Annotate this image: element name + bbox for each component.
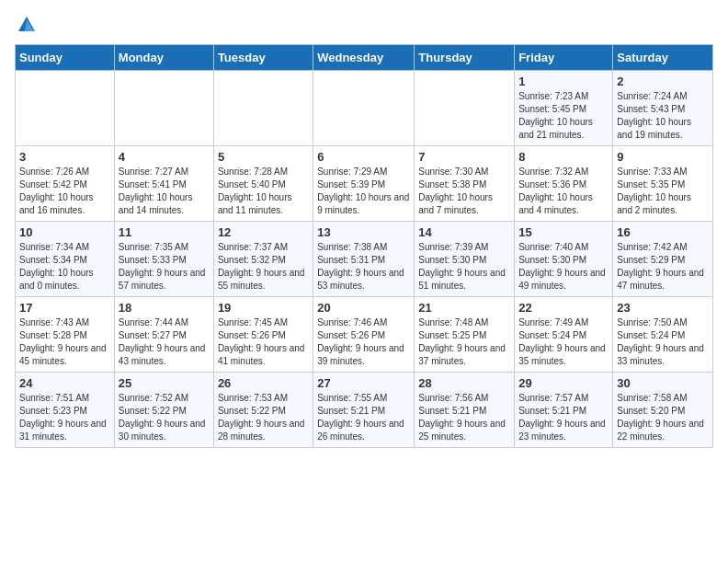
day-number: 5 — [218, 150, 309, 164]
day-info: Sunrise: 7:40 AM Sunset: 5:30 PM Dayligh… — [518, 241, 609, 293]
header — [15, 15, 713, 35]
calendar-cell: 28Sunrise: 7:56 AM Sunset: 5:21 PM Dayli… — [415, 373, 515, 448]
day-number: 19 — [218, 301, 309, 315]
calendar-cell: 5Sunrise: 7:28 AM Sunset: 5:40 PM Daylig… — [213, 146, 313, 222]
day-info: Sunrise: 7:27 AM Sunset: 5:41 PM Dayligh… — [119, 166, 210, 217]
day-info: Sunrise: 7:57 AM Sunset: 5:21 PM Dayligh… — [518, 392, 609, 443]
day-info: Sunrise: 7:52 AM Sunset: 5:22 PM Dayligh… — [119, 392, 210, 443]
calendar-week-row: 1Sunrise: 7:23 AM Sunset: 5:45 PM Daylig… — [16, 71, 713, 146]
calendar-week-row: 17Sunrise: 7:43 AM Sunset: 5:28 PM Dayli… — [16, 297, 713, 373]
calendar-cell: 16Sunrise: 7:42 AM Sunset: 5:29 PM Dayli… — [613, 222, 713, 297]
calendar-cell: 15Sunrise: 7:40 AM Sunset: 5:30 PM Dayli… — [515, 222, 613, 297]
calendar-cell: 20Sunrise: 7:46 AM Sunset: 5:26 PM Dayli… — [313, 297, 415, 373]
day-number: 30 — [617, 376, 709, 390]
calendar-cell: 7Sunrise: 7:30 AM Sunset: 5:38 PM Daylig… — [415, 146, 515, 222]
day-number: 28 — [418, 376, 510, 390]
calendar-cell: 14Sunrise: 7:39 AM Sunset: 5:30 PM Dayli… — [415, 222, 515, 297]
day-number: 15 — [518, 225, 609, 239]
day-info: Sunrise: 7:33 AM Sunset: 5:35 PM Dayligh… — [617, 166, 709, 217]
calendar-table: SundayMondayTuesdayWednesdayThursdayFrid… — [15, 44, 713, 448]
calendar-cell: 3Sunrise: 7:26 AM Sunset: 5:42 PM Daylig… — [16, 146, 115, 222]
day-number: 20 — [317, 301, 410, 315]
day-info: Sunrise: 7:39 AM Sunset: 5:30 PM Dayligh… — [418, 241, 510, 293]
calendar-cell: 21Sunrise: 7:48 AM Sunset: 5:25 PM Dayli… — [415, 297, 515, 373]
calendar-cell: 19Sunrise: 7:45 AM Sunset: 5:26 PM Dayli… — [213, 297, 313, 373]
calendar-cell — [415, 71, 515, 146]
logo-icon — [17, 15, 37, 35]
day-info: Sunrise: 7:44 AM Sunset: 5:27 PM Dayligh… — [119, 316, 210, 368]
calendar-week-row: 24Sunrise: 7:51 AM Sunset: 5:23 PM Dayli… — [16, 373, 713, 448]
day-info: Sunrise: 7:24 AM Sunset: 5:43 PM Dayligh… — [617, 90, 709, 142]
day-info: Sunrise: 7:43 AM Sunset: 5:28 PM Dayligh… — [19, 316, 110, 368]
calendar-week-row: 10Sunrise: 7:34 AM Sunset: 5:34 PM Dayli… — [16, 222, 713, 297]
weekday-header-saturday: Saturday — [613, 45, 713, 71]
calendar-cell: 11Sunrise: 7:35 AM Sunset: 5:33 PM Dayli… — [114, 222, 213, 297]
day-info: Sunrise: 7:58 AM Sunset: 5:20 PM Dayligh… — [617, 392, 709, 443]
calendar-cell: 25Sunrise: 7:52 AM Sunset: 5:22 PM Dayli… — [114, 373, 213, 448]
day-number: 7 — [418, 150, 510, 164]
day-info: Sunrise: 7:23 AM Sunset: 5:45 PM Dayligh… — [518, 90, 609, 142]
weekday-header-wednesday: Wednesday — [313, 45, 415, 71]
day-number: 4 — [119, 150, 210, 164]
weekday-header-thursday: Thursday — [415, 45, 515, 71]
calendar-cell — [16, 71, 115, 146]
day-number: 6 — [317, 150, 410, 164]
day-info: Sunrise: 7:38 AM Sunset: 5:31 PM Dayligh… — [317, 241, 410, 293]
day-number: 12 — [218, 225, 309, 239]
day-number: 16 — [617, 225, 709, 239]
weekday-header-row: SundayMondayTuesdayWednesdayThursdayFrid… — [16, 45, 713, 71]
calendar-cell: 12Sunrise: 7:37 AM Sunset: 5:32 PM Dayli… — [213, 222, 313, 297]
day-number: 22 — [518, 301, 609, 315]
weekday-header-sunday: Sunday — [16, 45, 115, 71]
day-info: Sunrise: 7:26 AM Sunset: 5:42 PM Dayligh… — [19, 166, 110, 217]
day-info: Sunrise: 7:34 AM Sunset: 5:34 PM Dayligh… — [19, 241, 110, 293]
day-info: Sunrise: 7:46 AM Sunset: 5:26 PM Dayligh… — [317, 316, 410, 368]
day-number: 14 — [418, 225, 510, 239]
calendar-cell: 6Sunrise: 7:29 AM Sunset: 5:39 PM Daylig… — [313, 146, 415, 222]
calendar-cell: 23Sunrise: 7:50 AM Sunset: 5:24 PM Dayli… — [613, 297, 713, 373]
day-info: Sunrise: 7:51 AM Sunset: 5:23 PM Dayligh… — [19, 392, 110, 443]
day-number: 17 — [19, 301, 110, 315]
calendar-week-row: 3Sunrise: 7:26 AM Sunset: 5:42 PM Daylig… — [16, 146, 713, 222]
calendar-cell: 2Sunrise: 7:24 AM Sunset: 5:43 PM Daylig… — [613, 71, 713, 146]
calendar-cell: 18Sunrise: 7:44 AM Sunset: 5:27 PM Dayli… — [114, 297, 213, 373]
day-info: Sunrise: 7:55 AM Sunset: 5:21 PM Dayligh… — [317, 392, 410, 443]
logo — [15, 15, 37, 35]
day-info: Sunrise: 7:56 AM Sunset: 5:21 PM Dayligh… — [418, 392, 510, 443]
calendar-cell: 22Sunrise: 7:49 AM Sunset: 5:24 PM Dayli… — [515, 297, 613, 373]
day-info: Sunrise: 7:42 AM Sunset: 5:29 PM Dayligh… — [617, 241, 709, 293]
calendar-cell: 4Sunrise: 7:27 AM Sunset: 5:41 PM Daylig… — [114, 146, 213, 222]
calendar-cell: 26Sunrise: 7:53 AM Sunset: 5:22 PM Dayli… — [213, 373, 313, 448]
day-number: 3 — [19, 150, 110, 164]
day-number: 13 — [317, 225, 410, 239]
weekday-header-tuesday: Tuesday — [213, 45, 313, 71]
calendar-cell: 1Sunrise: 7:23 AM Sunset: 5:45 PM Daylig… — [515, 71, 613, 146]
day-info: Sunrise: 7:50 AM Sunset: 5:24 PM Dayligh… — [617, 316, 709, 368]
day-info: Sunrise: 7:53 AM Sunset: 5:22 PM Dayligh… — [218, 392, 309, 443]
weekday-header-friday: Friday — [515, 45, 613, 71]
calendar-cell: 17Sunrise: 7:43 AM Sunset: 5:28 PM Dayli… — [16, 297, 115, 373]
day-info: Sunrise: 7:30 AM Sunset: 5:38 PM Dayligh… — [418, 166, 510, 217]
day-number: 25 — [119, 376, 210, 390]
day-info: Sunrise: 7:49 AM Sunset: 5:24 PM Dayligh… — [518, 316, 609, 368]
day-number: 8 — [518, 150, 609, 164]
calendar-cell: 8Sunrise: 7:32 AM Sunset: 5:36 PM Daylig… — [515, 146, 613, 222]
day-number: 27 — [317, 376, 410, 390]
day-number: 24 — [19, 376, 110, 390]
calendar-cell: 13Sunrise: 7:38 AM Sunset: 5:31 PM Dayli… — [313, 222, 415, 297]
day-info: Sunrise: 7:28 AM Sunset: 5:40 PM Dayligh… — [218, 166, 309, 217]
day-number: 21 — [418, 301, 510, 315]
day-number: 11 — [119, 225, 210, 239]
day-number: 1 — [518, 75, 609, 88]
day-number: 18 — [119, 301, 210, 315]
calendar-cell — [114, 71, 213, 146]
day-number: 10 — [19, 225, 110, 239]
day-number: 26 — [218, 376, 309, 390]
calendar-cell: 9Sunrise: 7:33 AM Sunset: 5:35 PM Daylig… — [613, 146, 713, 222]
day-info: Sunrise: 7:45 AM Sunset: 5:26 PM Dayligh… — [218, 316, 309, 368]
day-number: 9 — [617, 150, 709, 164]
calendar-cell: 30Sunrise: 7:58 AM Sunset: 5:20 PM Dayli… — [613, 373, 713, 448]
day-info: Sunrise: 7:37 AM Sunset: 5:32 PM Dayligh… — [218, 241, 309, 293]
calendar-cell — [313, 71, 415, 146]
calendar-cell: 27Sunrise: 7:55 AM Sunset: 5:21 PM Dayli… — [313, 373, 415, 448]
